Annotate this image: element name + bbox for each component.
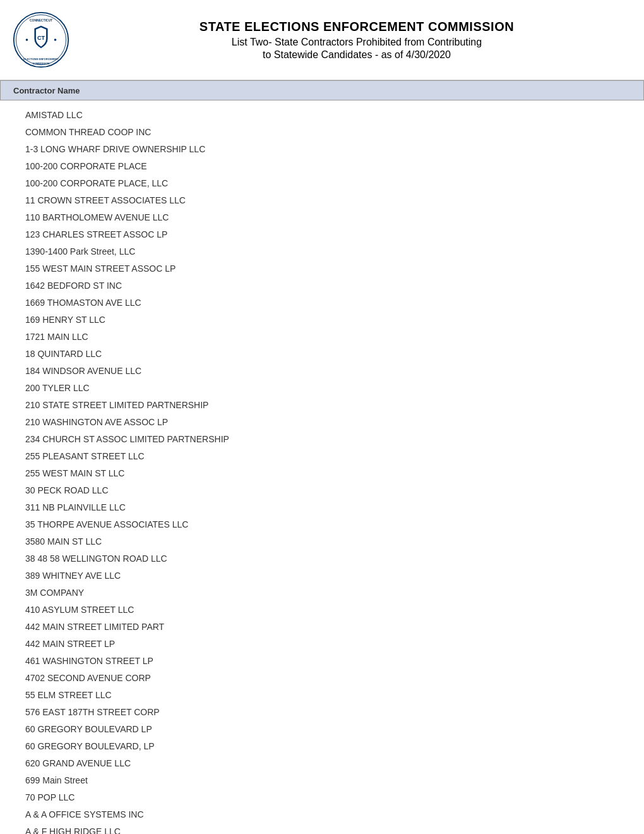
list-item: 60 GREGORY BOULEVARD, LP: [25, 738, 619, 755]
list-item: 1390-1400 Park Street, LLC: [25, 243, 619, 260]
list-item: 55 ELM STREET LLC: [25, 687, 619, 704]
list-item: 35 THORPE AVENUE ASSOCIATES LLC: [25, 516, 619, 533]
list-item: 442 MAIN STREET LIMITED PART: [25, 619, 619, 636]
svg-text:COMMISSION: COMMISSION: [33, 62, 50, 65]
svg-text:CONNECTICUT: CONNECTICUT: [30, 19, 52, 22]
svg-text:ELECTIONS ENFORCEMENT: ELECTIONS ENFORCEMENT: [23, 57, 59, 61]
list-item: A & F HIGH RIDGE LLC: [25, 823, 619, 834]
list-item: 620 GRAND AVENUE LLC: [25, 755, 619, 772]
page-date: to Statewide Candidates - as of 4/30/202…: [82, 49, 631, 61]
list-item: 1-3 LONG WHARF DRIVE OWNERSHIP LLC: [25, 141, 619, 158]
list-item: 30 PECK ROAD LLC: [25, 482, 619, 499]
list-item: 38 48 58 WELLINGTON ROAD LLC: [25, 550, 619, 567]
svg-point-7: [54, 39, 57, 41]
list-item: AMISTAD LLC: [25, 107, 619, 124]
table-header-row: Contractor Name: [0, 80, 644, 100]
list-item: 311 NB PLAINVILLE LLC: [25, 499, 619, 516]
list-item: 1642 BEDFORD ST INC: [25, 277, 619, 294]
list-item: 123 CHARLES STREET ASSOC LP: [25, 226, 619, 243]
contractor-list: AMISTAD LLCCOMMON THREAD COOP INC1-3 LON…: [0, 100, 644, 834]
page-subtitle: List Two- State Contractors Prohibited f…: [82, 37, 631, 48]
list-item: 3580 MAIN ST LLC: [25, 533, 619, 550]
list-item: 200 TYLER LLC: [25, 380, 619, 397]
list-item: 184 WINDSOR AVENUE LLC: [25, 363, 619, 380]
list-item: 461 WASHINGTON STREET LP: [25, 653, 619, 670]
list-item: 155 WEST MAIN STREET ASSOC LP: [25, 260, 619, 277]
list-item: 210 STATE STREET LIMITED PARTNERSHIP: [25, 397, 619, 414]
list-item: 1669 THOMASTON AVE LLC: [25, 294, 619, 311]
list-item: 442 MAIN STREET LP: [25, 636, 619, 653]
list-item: 234 CHURCH ST ASSOC LIMITED PARTNERSHIP: [25, 431, 619, 448]
list-item: 110 BARTHOLOMEW AVENUE LLC: [25, 209, 619, 226]
header-text-block: STATE ELECTIONS ENFORCEMENT COMMISSION L…: [82, 20, 631, 61]
list-item: 60 GREGORY BOULEVARD LP: [25, 721, 619, 738]
list-item: 255 PLEASANT STREET LLC: [25, 448, 619, 465]
list-item: 100-200 CORPORATE PLACE, LLC: [25, 175, 619, 192]
svg-text:CT: CT: [37, 35, 45, 41]
list-item: 255 WEST MAIN ST LLC: [25, 465, 619, 482]
list-item: 410 ASYLUM STREET LLC: [25, 601, 619, 619]
page-title: STATE ELECTIONS ENFORCEMENT COMMISSION: [82, 20, 631, 34]
list-item: 169 HENRY ST LLC: [25, 311, 619, 329]
list-item: 4702 SECOND AVENUE CORP: [25, 670, 619, 687]
list-item: 1721 MAIN LLC: [25, 329, 619, 346]
list-item: 100-200 CORPORATE PLACE: [25, 158, 619, 175]
list-item: 3M COMPANY: [25, 584, 619, 601]
list-item: 11 CROWN STREET ASSOCIATES LLC: [25, 192, 619, 209]
list-item: 18 QUINTARD LLC: [25, 346, 619, 363]
list-item: A & A OFFICE SYSTEMS INC: [25, 806, 619, 823]
svg-point-6: [26, 39, 28, 41]
list-item: 699 Main Street: [25, 772, 619, 789]
agency-logo: CONNECTICUT ELECTIONS ENFORCEMENT COMMIS…: [13, 11, 69, 68]
page-header: CONNECTICUT ELECTIONS ENFORCEMENT COMMIS…: [0, 0, 644, 80]
list-item: 576 EAST 187TH STREET CORP: [25, 704, 619, 721]
contractor-name-column-header: Contractor Name: [13, 86, 80, 95]
list-item: 70 POP LLC: [25, 789, 619, 806]
list-item: 210 WASHINGTON AVE ASSOC LP: [25, 414, 619, 431]
list-item: COMMON THREAD COOP INC: [25, 124, 619, 141]
list-item: 389 WHITNEY AVE LLC: [25, 567, 619, 584]
